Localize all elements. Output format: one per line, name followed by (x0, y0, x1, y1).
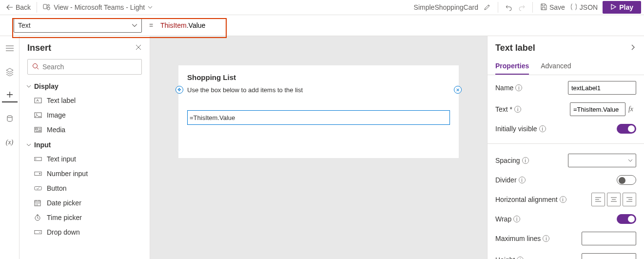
expand-panel-button[interactable] (629, 44, 636, 52)
chevron-down-icon (132, 22, 137, 28)
text-label: Text * (495, 105, 512, 113)
property-panel: Text label Properties Advanced Namei Tex… (487, 36, 644, 259)
formula-bar: Text = ThisItem.Value (0, 15, 644, 36)
edit-name-button[interactable] (483, 3, 491, 11)
formula-input[interactable]: ThisItem.Value (160, 21, 205, 29)
close-panel-button[interactable] (135, 44, 142, 52)
insert-item-button[interactable]: Button (20, 181, 150, 196)
text-input-icon (34, 157, 42, 161)
info-icon[interactable]: i (515, 84, 522, 91)
info-icon[interactable]: i (517, 257, 524, 259)
chevron-down-icon (26, 142, 31, 147)
height-dropdown[interactable] (582, 253, 636, 259)
info-icon[interactable]: i (513, 216, 520, 222)
insert-item-number-input[interactable]: Number input (20, 166, 150, 181)
rail-insert-button[interactable] (2, 89, 18, 102)
card-subtitle: Use the box below to add items to the li… (178, 83, 459, 94)
chevron-down-icon (628, 158, 633, 163)
tree-icon (5, 45, 14, 53)
spacing-label: Spacing (495, 157, 520, 164)
chevron-down-icon (26, 84, 31, 89)
insert-item-media[interactable]: Media (20, 122, 150, 137)
property-tabs: Properties Advanced (488, 58, 644, 75)
category-display-label: Display (34, 82, 59, 90)
info-icon[interactable]: i (539, 125, 546, 132)
align-left-button[interactable] (591, 193, 605, 206)
info-icon[interactable]: i (519, 177, 526, 183)
json-button[interactable]: JSON (570, 3, 598, 12)
insert-item-text-input[interactable]: Text input (20, 152, 150, 166)
shopping-card[interactable]: Shopping List ✥ ✕ Use the box below to a… (178, 65, 459, 158)
insert-search[interactable] (27, 59, 142, 75)
save-icon (540, 3, 547, 12)
divider-label: Divider (495, 176, 517, 184)
svg-point-1 (48, 4, 50, 6)
category-input-label: Input (34, 141, 51, 149)
tab-advanced[interactable]: Advanced (541, 58, 571, 75)
redo-button (518, 3, 526, 11)
info-icon[interactable]: i (543, 235, 549, 242)
database-icon (6, 115, 14, 124)
number-input-icon (34, 171, 42, 176)
move-handle[interactable]: ✥ (176, 86, 183, 94)
dropdown-icon (34, 230, 42, 235)
view-mode-dropdown[interactable]: View - Microsoft Teams - Light (43, 3, 153, 12)
date-icon (34, 199, 42, 206)
insert-item-date-picker[interactable]: Date picker (20, 196, 150, 210)
svg-rect-0 (43, 4, 47, 9)
align-right-button[interactable] (623, 193, 636, 206)
name-input[interactable] (568, 81, 636, 95)
maxlines-label: Maximum lines (495, 235, 541, 242)
insert-search-input[interactable] (42, 63, 137, 71)
wrap-toggle[interactable] (617, 214, 636, 224)
view-mode-label: View - Microsoft Teams - Light (54, 3, 145, 11)
braces-icon (570, 3, 578, 12)
rail-database-button[interactable] (2, 112, 18, 126)
top-toolbar: Back View - Microsoft Teams - Light Simp… (0, 0, 644, 15)
svg-point-3 (33, 63, 38, 68)
svg-rect-11 (35, 186, 41, 190)
app-name-label: SimpleShoppingCard (414, 3, 478, 11)
category-input-toggle[interactable]: Input (20, 137, 150, 152)
insert-item-dropdown[interactable]: Drop down (20, 225, 150, 239)
search-icon (32, 62, 39, 72)
divider-toggle[interactable] (617, 175, 636, 185)
visible-label: Initially visible (495, 125, 537, 133)
rail-data-button[interactable] (2, 65, 18, 79)
rail-tree-button[interactable] (2, 42, 18, 56)
spacing-dropdown[interactable] (568, 154, 636, 167)
category-display-toggle[interactable]: Display (20, 79, 150, 93)
layers-icon (5, 67, 14, 78)
svg-point-2 (7, 116, 12, 118)
back-button[interactable]: Back (6, 3, 31, 11)
text-label-icon (34, 98, 42, 103)
height-label: Height (495, 256, 515, 259)
text-input[interactable] (570, 102, 625, 116)
tab-properties[interactable]: Properties (495, 58, 529, 75)
variable-icon: (x) (6, 139, 14, 146)
delete-handle[interactable]: ✕ (454, 86, 462, 94)
wrap-label: Wrap (495, 215, 511, 223)
insert-item-text-label[interactable]: Text label (20, 93, 150, 108)
insert-item-image[interactable]: Image (20, 108, 150, 122)
info-icon[interactable]: i (514, 106, 521, 113)
rail-variables-button[interactable]: (x) (2, 136, 18, 149)
chevron-down-icon (148, 5, 153, 10)
save-button[interactable]: Save (540, 3, 565, 12)
maxlines-input[interactable] (582, 232, 636, 245)
info-icon[interactable]: i (522, 157, 529, 164)
play-button[interactable]: Play (603, 1, 641, 14)
insert-item-time-picker[interactable]: Time picker (20, 210, 150, 225)
undo-button[interactable] (505, 3, 513, 11)
halign-label: Horizontal alignment (495, 196, 558, 203)
property-selector[interactable]: Text (14, 18, 142, 33)
align-center-button[interactable] (607, 193, 621, 206)
info-icon[interactable]: i (560, 196, 566, 203)
fx-button[interactable]: fx (625, 102, 636, 116)
equals-sign: = (142, 21, 160, 29)
plus-icon (6, 91, 14, 100)
canvas-area[interactable]: Shopping List ✥ ✕ Use the box below to a… (150, 36, 487, 259)
selected-text-label[interactable]: =ThisItem.Value (187, 110, 450, 125)
visible-toggle[interactable] (617, 124, 636, 134)
insert-panel: Insert Display Text label Image (20, 36, 150, 259)
